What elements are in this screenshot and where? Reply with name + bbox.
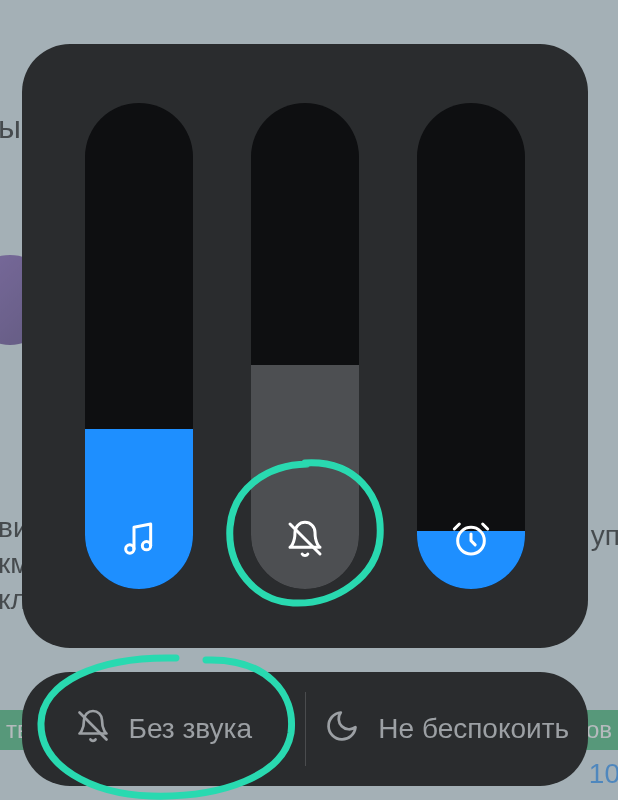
bottom-actions: Без звука Не беспокоить [22,672,588,786]
media-volume-slider[interactable] [85,103,193,589]
alarm-volume-slider[interactable] [417,103,525,589]
moon-icon [324,708,360,751]
alarm-clock-icon [449,517,493,561]
bell-off-icon [283,517,327,561]
dnd-label: Не беспокоить [378,713,569,745]
media-volume-fill [85,429,193,589]
svg-point-0 [126,545,134,553]
volume-panel [22,44,588,648]
music-icon [117,517,161,561]
mute-button[interactable]: Без звука [22,672,305,786]
ring-volume-slider[interactable] [251,103,359,589]
svg-point-1 [142,542,150,550]
bell-off-icon [75,708,111,751]
dnd-button[interactable]: Не беспокоить [306,672,589,786]
mute-label: Без звука [129,713,252,745]
